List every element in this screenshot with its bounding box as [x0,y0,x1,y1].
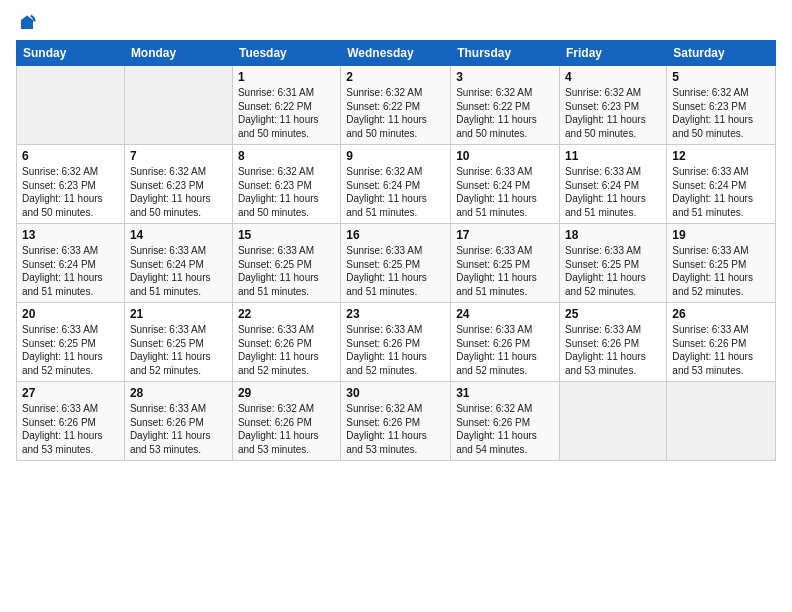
day-number: 16 [346,228,445,242]
day-cell: 8Sunrise: 6:32 AM Sunset: 6:23 PM Daylig… [232,145,340,224]
week-row-4: 20Sunrise: 6:33 AM Sunset: 6:25 PM Dayli… [17,303,776,382]
weekday-header-row: SundayMondayTuesdayWednesdayThursdayFrid… [17,41,776,66]
day-cell: 28Sunrise: 6:33 AM Sunset: 6:26 PM Dayli… [124,382,232,461]
day-info: Sunrise: 6:32 AM Sunset: 6:22 PM Dayligh… [346,86,445,140]
day-number: 31 [456,386,554,400]
day-info: Sunrise: 6:32 AM Sunset: 6:23 PM Dayligh… [672,86,770,140]
day-number: 24 [456,307,554,321]
day-info: Sunrise: 6:33 AM Sunset: 6:25 PM Dayligh… [346,244,445,298]
day-cell: 21Sunrise: 6:33 AM Sunset: 6:25 PM Dayli… [124,303,232,382]
weekday-header-monday: Monday [124,41,232,66]
day-cell: 6Sunrise: 6:32 AM Sunset: 6:23 PM Daylig… [17,145,125,224]
day-number: 10 [456,149,554,163]
day-info: Sunrise: 6:32 AM Sunset: 6:26 PM Dayligh… [456,402,554,456]
day-number: 20 [22,307,119,321]
day-cell: 5Sunrise: 6:32 AM Sunset: 6:23 PM Daylig… [667,66,776,145]
day-info: Sunrise: 6:33 AM Sunset: 6:24 PM Dayligh… [672,165,770,219]
day-number: 4 [565,70,661,84]
day-info: Sunrise: 6:31 AM Sunset: 6:22 PM Dayligh… [238,86,335,140]
day-cell: 10Sunrise: 6:33 AM Sunset: 6:24 PM Dayli… [451,145,560,224]
day-number: 6 [22,149,119,163]
day-cell: 2Sunrise: 6:32 AM Sunset: 6:22 PM Daylig… [341,66,451,145]
day-number: 23 [346,307,445,321]
day-cell: 23Sunrise: 6:33 AM Sunset: 6:26 PM Dayli… [341,303,451,382]
day-info: Sunrise: 6:33 AM Sunset: 6:26 PM Dayligh… [565,323,661,377]
day-number: 7 [130,149,227,163]
weekday-header-thursday: Thursday [451,41,560,66]
day-cell [124,66,232,145]
day-cell: 12Sunrise: 6:33 AM Sunset: 6:24 PM Dayli… [667,145,776,224]
day-number: 30 [346,386,445,400]
day-number: 29 [238,386,335,400]
day-number: 21 [130,307,227,321]
day-cell [667,382,776,461]
day-cell: 1Sunrise: 6:31 AM Sunset: 6:22 PM Daylig… [232,66,340,145]
day-info: Sunrise: 6:33 AM Sunset: 6:26 PM Dayligh… [22,402,119,456]
day-info: Sunrise: 6:32 AM Sunset: 6:23 PM Dayligh… [565,86,661,140]
day-cell: 7Sunrise: 6:32 AM Sunset: 6:23 PM Daylig… [124,145,232,224]
day-info: Sunrise: 6:33 AM Sunset: 6:26 PM Dayligh… [456,323,554,377]
weekday-header-tuesday: Tuesday [232,41,340,66]
header [16,12,776,32]
day-number: 3 [456,70,554,84]
day-cell: 11Sunrise: 6:33 AM Sunset: 6:24 PM Dayli… [560,145,667,224]
weekday-header-wednesday: Wednesday [341,41,451,66]
day-cell: 18Sunrise: 6:33 AM Sunset: 6:25 PM Dayli… [560,224,667,303]
day-number: 18 [565,228,661,242]
day-info: Sunrise: 6:32 AM Sunset: 6:22 PM Dayligh… [456,86,554,140]
day-info: Sunrise: 6:32 AM Sunset: 6:23 PM Dayligh… [238,165,335,219]
day-number: 26 [672,307,770,321]
day-number: 27 [22,386,119,400]
day-number: 28 [130,386,227,400]
day-info: Sunrise: 6:33 AM Sunset: 6:24 PM Dayligh… [456,165,554,219]
weekday-header-saturday: Saturday [667,41,776,66]
day-number: 17 [456,228,554,242]
logo-icon [18,14,36,32]
weekday-header-sunday: Sunday [17,41,125,66]
day-info: Sunrise: 6:33 AM Sunset: 6:25 PM Dayligh… [672,244,770,298]
day-info: Sunrise: 6:33 AM Sunset: 6:26 PM Dayligh… [130,402,227,456]
week-row-3: 13Sunrise: 6:33 AM Sunset: 6:24 PM Dayli… [17,224,776,303]
day-info: Sunrise: 6:33 AM Sunset: 6:24 PM Dayligh… [565,165,661,219]
day-info: Sunrise: 6:33 AM Sunset: 6:24 PM Dayligh… [130,244,227,298]
logo [16,12,36,32]
day-info: Sunrise: 6:33 AM Sunset: 6:24 PM Dayligh… [22,244,119,298]
day-number: 15 [238,228,335,242]
day-cell: 19Sunrise: 6:33 AM Sunset: 6:25 PM Dayli… [667,224,776,303]
day-number: 22 [238,307,335,321]
day-cell: 26Sunrise: 6:33 AM Sunset: 6:26 PM Dayli… [667,303,776,382]
day-number: 25 [565,307,661,321]
day-cell: 27Sunrise: 6:33 AM Sunset: 6:26 PM Dayli… [17,382,125,461]
day-info: Sunrise: 6:33 AM Sunset: 6:26 PM Dayligh… [238,323,335,377]
day-cell: 3Sunrise: 6:32 AM Sunset: 6:22 PM Daylig… [451,66,560,145]
day-cell [17,66,125,145]
day-number: 8 [238,149,335,163]
day-number: 1 [238,70,335,84]
day-cell: 9Sunrise: 6:32 AM Sunset: 6:24 PM Daylig… [341,145,451,224]
weekday-header-friday: Friday [560,41,667,66]
day-info: Sunrise: 6:33 AM Sunset: 6:25 PM Dayligh… [130,323,227,377]
day-cell: 24Sunrise: 6:33 AM Sunset: 6:26 PM Dayli… [451,303,560,382]
day-info: Sunrise: 6:33 AM Sunset: 6:25 PM Dayligh… [456,244,554,298]
page: SundayMondayTuesdayWednesdayThursdayFrid… [0,0,792,612]
week-row-1: 1Sunrise: 6:31 AM Sunset: 6:22 PM Daylig… [17,66,776,145]
day-cell: 16Sunrise: 6:33 AM Sunset: 6:25 PM Dayli… [341,224,451,303]
day-number: 2 [346,70,445,84]
day-number: 13 [22,228,119,242]
day-cell: 15Sunrise: 6:33 AM Sunset: 6:25 PM Dayli… [232,224,340,303]
day-number: 12 [672,149,770,163]
day-number: 19 [672,228,770,242]
day-info: Sunrise: 6:33 AM Sunset: 6:25 PM Dayligh… [22,323,119,377]
calendar: SundayMondayTuesdayWednesdayThursdayFrid… [16,40,776,461]
day-info: Sunrise: 6:33 AM Sunset: 6:26 PM Dayligh… [346,323,445,377]
day-cell: 31Sunrise: 6:32 AM Sunset: 6:26 PM Dayli… [451,382,560,461]
week-row-5: 27Sunrise: 6:33 AM Sunset: 6:26 PM Dayli… [17,382,776,461]
day-info: Sunrise: 6:32 AM Sunset: 6:23 PM Dayligh… [130,165,227,219]
day-number: 11 [565,149,661,163]
day-cell: 13Sunrise: 6:33 AM Sunset: 6:24 PM Dayli… [17,224,125,303]
day-number: 5 [672,70,770,84]
day-cell: 4Sunrise: 6:32 AM Sunset: 6:23 PM Daylig… [560,66,667,145]
week-row-2: 6Sunrise: 6:32 AM Sunset: 6:23 PM Daylig… [17,145,776,224]
day-cell: 14Sunrise: 6:33 AM Sunset: 6:24 PM Dayli… [124,224,232,303]
day-cell: 30Sunrise: 6:32 AM Sunset: 6:26 PM Dayli… [341,382,451,461]
